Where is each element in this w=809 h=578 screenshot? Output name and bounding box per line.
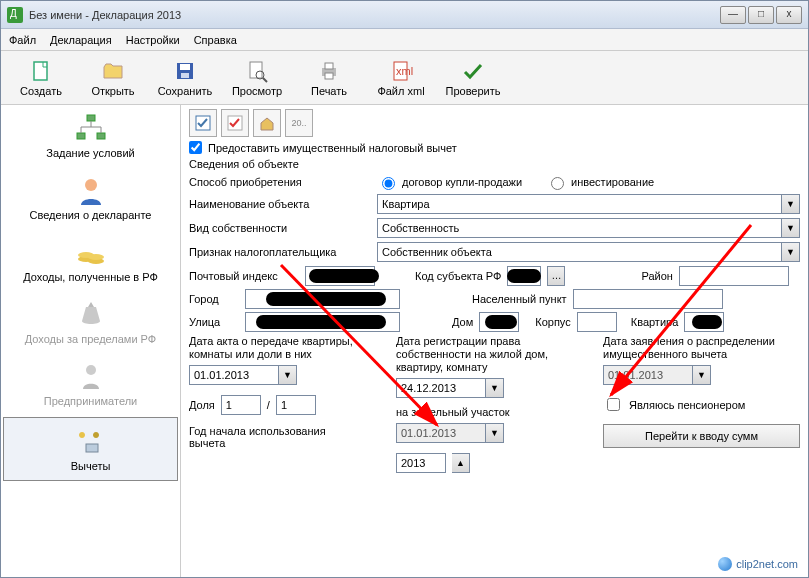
save-icon <box>173 59 197 83</box>
app-icon <box>7 7 23 23</box>
tool-open[interactable]: Открыть <box>79 59 147 97</box>
svg-rect-0 <box>34 62 47 80</box>
globe-icon <box>718 557 732 571</box>
date-declaration-input <box>603 365 693 385</box>
goto-sums-button[interactable]: Перейти к вводу сумм <box>603 424 800 448</box>
dropdown-button[interactable]: ▼ <box>782 218 800 238</box>
checklist-icon <box>194 114 212 132</box>
toolbar: Создать Открыть Сохранить Просмотр Печат… <box>1 51 808 105</box>
sidebar-item-entrepreneurs: Предприниматели <box>1 353 180 415</box>
check-icon <box>461 59 485 83</box>
folder-open-icon <box>101 59 125 83</box>
district-input[interactable] <box>679 266 789 286</box>
svg-point-19 <box>88 254 104 260</box>
tool-create[interactable]: Создать <box>7 59 75 97</box>
radio-investment[interactable]: инвестирование <box>546 174 654 190</box>
content-panel: 20.. Предоставить имущественный налоговы… <box>181 105 808 577</box>
date-act-input[interactable] <box>189 365 279 385</box>
date-picker-button[interactable]: ▼ <box>486 423 504 443</box>
sidebar-item-deductions[interactable]: Вычеты <box>3 417 178 481</box>
redacted <box>692 315 722 329</box>
xml-file-icon: xml <box>389 59 413 83</box>
provide-deduction-label: Предоставить имущественный налоговый выч… <box>208 142 457 154</box>
menu-help[interactable]: Справка <box>194 34 237 46</box>
businessman-icon <box>74 361 108 391</box>
redacted <box>266 292 386 306</box>
subject-code-label: Код субъекта РФ <box>415 270 501 282</box>
district-label: Район <box>641 270 672 282</box>
taxpayer-sign-select[interactable] <box>377 242 782 262</box>
tool-preview[interactable]: Просмотр <box>223 59 291 97</box>
svg-rect-9 <box>325 73 333 79</box>
tab-social-deduction[interactable] <box>221 109 249 137</box>
maximize-button[interactable]: □ <box>748 6 774 24</box>
date-picker-button[interactable]: ▼ <box>693 365 711 385</box>
svg-rect-21 <box>86 444 98 452</box>
app-window: Без имени - Декларация 2013 — □ x Файл Д… <box>0 0 809 578</box>
menu-settings[interactable]: Настройки <box>126 34 180 46</box>
tab-property-deduction[interactable] <box>253 109 281 137</box>
dropdown-button[interactable]: ▼ <box>782 194 800 214</box>
tool-print[interactable]: Печать <box>295 59 363 97</box>
locality-input[interactable] <box>573 289 723 309</box>
date-act-label: Дата акта о передаче квартиры, комнаты и… <box>189 335 386 361</box>
menu-file[interactable]: Файл <box>9 34 36 46</box>
watermark: clip2net.com <box>714 555 802 573</box>
year-use-label: Год начала использования вычета <box>189 425 349 449</box>
svg-point-20 <box>86 365 96 375</box>
date-reg-label: Дата регистрации права собственности на … <box>396 335 593 374</box>
dropdown-button[interactable]: ▼ <box>782 242 800 262</box>
svg-rect-12 <box>87 115 95 121</box>
date-picker-button[interactable]: ▼ <box>486 378 504 398</box>
tab-extra[interactable]: 20.. <box>285 109 313 137</box>
building-label: Корпус <box>535 316 570 328</box>
svg-rect-3 <box>181 73 189 78</box>
year-use-input[interactable] <box>396 453 446 473</box>
provide-deduction-checkbox[interactable] <box>189 141 202 154</box>
date-land-input <box>396 423 486 443</box>
sidebar-item-declarant[interactable]: Сведения о декларанте <box>1 167 180 229</box>
object-name-select[interactable] <box>377 194 782 214</box>
svg-rect-2 <box>180 64 190 70</box>
window-title: Без имени - Декларация 2013 <box>29 9 720 21</box>
ownership-type-select[interactable] <box>377 218 782 238</box>
minimize-button[interactable]: — <box>720 6 746 24</box>
tab-standard-deduction[interactable] <box>189 109 217 137</box>
close-button[interactable]: x <box>776 6 802 24</box>
menu-declaration[interactable]: Декларация <box>50 34 112 46</box>
tree-icon <box>74 113 108 143</box>
subject-code-lookup-button[interactable]: … <box>547 266 565 286</box>
tool-check[interactable]: Проверить <box>439 59 507 97</box>
year-spinner-button[interactable]: ▲ <box>452 453 470 473</box>
ownership-type-label: Вид собственности <box>189 222 369 234</box>
sidebar-item-income-rf[interactable]: Доходы, полученные в РФ <box>1 229 180 291</box>
share-denominator-input[interactable] <box>276 395 316 415</box>
building-input[interactable] <box>577 312 617 332</box>
object-info-label: Сведения об объекте <box>189 158 800 170</box>
coins-icon <box>74 237 108 267</box>
house-label: Дом <box>452 316 473 328</box>
redacted <box>507 269 541 283</box>
date-declaration-label: Дата заявления о распределении имуществе… <box>603 335 800 361</box>
date-reg-input[interactable] <box>396 378 486 398</box>
share-label: Доля <box>189 399 215 411</box>
date-land-label: на земельный участок <box>396 406 593 419</box>
new-file-icon <box>29 59 53 83</box>
menubar: Файл Декларация Настройки Справка <box>1 29 808 51</box>
check-red-icon <box>226 114 244 132</box>
tool-xml[interactable]: xml Файл xml <box>367 59 435 97</box>
deductions-icon <box>74 426 108 456</box>
pensioner-checkbox-row[interactable]: Являюсь пенсионером <box>603 395 800 414</box>
locality-label: Населенный пункт <box>472 293 567 305</box>
preview-icon <box>245 59 269 83</box>
postal-label: Почтовый индекс <box>189 270 299 282</box>
sidebar-item-conditions[interactable]: Задание условий <box>1 105 180 167</box>
radio-purchase-contract[interactable]: договор купли-продажи <box>377 174 522 190</box>
sidebar-item-income-abroad: Доходы за пределами РФ <box>1 291 180 353</box>
person-icon <box>74 175 108 205</box>
tool-save[interactable]: Сохранить <box>151 59 219 97</box>
money-bag-icon <box>74 299 108 329</box>
share-numerator-input[interactable] <box>221 395 261 415</box>
date-picker-button[interactable]: ▼ <box>279 365 297 385</box>
taxpayer-sign-label: Признак налогоплательщика <box>189 246 369 258</box>
